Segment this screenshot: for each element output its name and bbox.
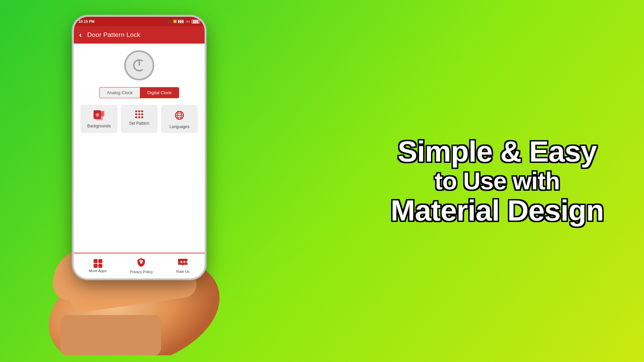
tagline-line2: to Use with xyxy=(391,168,604,194)
tagline-line1: Simple & Easy xyxy=(391,135,604,168)
battery-icon: ▓▓▓ xyxy=(192,20,200,23)
tagline-line3: Material Design xyxy=(391,194,604,227)
app-content: Analog Clock Digital Clock ⊞ Backgrounds xyxy=(74,44,205,253)
privacy-policy-nav-item[interactable]: Privacy Policy xyxy=(130,258,153,274)
menu-grid: ⊞ Backgrounds Set Pattern xyxy=(79,105,199,133)
clock-toggle: Analog Clock Digital Clock xyxy=(99,87,179,98)
back-button[interactable]: ‹ xyxy=(79,30,82,40)
more-apps-nav-item[interactable]: More Apps xyxy=(89,259,107,273)
app-title: Door Pattern Lock xyxy=(87,31,140,39)
rate-us-label: Rate Us xyxy=(176,269,190,274)
svg-text:★★★: ★★★ xyxy=(180,260,188,264)
headphone-icon: 🎧 xyxy=(168,20,172,23)
bottom-nav: More Apps Privacy Policy xyxy=(74,253,205,278)
more-apps-icon xyxy=(94,259,102,267)
power-button[interactable] xyxy=(124,50,154,80)
status-bar: 10:15 PM 🎧 📶 ▋▋▋ 161 ▓▓▓ xyxy=(74,17,205,26)
set-pattern-icon xyxy=(135,110,143,118)
languages-icon xyxy=(174,110,184,122)
languages-menu-item[interactable]: Languages xyxy=(161,105,198,133)
phone-wrapper: 10:15 PM 🎧 📶 ▋▋▋ 161 ▓▓▓ ‹ Door Pattern … xyxy=(54,7,231,335)
languages-label: Languages xyxy=(169,124,189,129)
power-icon xyxy=(132,58,146,72)
more-apps-label: More Apps xyxy=(89,269,107,273)
backgrounds-label: Backgrounds xyxy=(87,124,111,128)
backgrounds-icon: ⊞ xyxy=(94,110,104,121)
signal-icon: ▋▋▋ xyxy=(178,20,184,23)
set-pattern-label: Set Pattern xyxy=(129,121,149,126)
rate-us-icon: ★★★ xyxy=(177,258,188,268)
status-time: 10:15 PM xyxy=(78,19,95,23)
phone-body: 10:15 PM 🎧 📶 ▋▋▋ 161 ▓▓▓ ‹ Door Pattern … xyxy=(74,17,205,278)
tagline-block: Simple & Easy to Use with Material Desig… xyxy=(391,135,604,227)
backgrounds-menu-item[interactable]: ⊞ Backgrounds xyxy=(80,105,117,133)
privacy-policy-label: Privacy Policy xyxy=(130,270,153,274)
analog-clock-button[interactable]: Analog Clock xyxy=(100,87,140,98)
data-icon: 161 xyxy=(185,20,190,23)
set-pattern-menu-item[interactable]: Set Pattern xyxy=(121,105,158,133)
app-bar: ‹ Door Pattern Lock xyxy=(74,26,205,44)
wifi-icon: 📶 xyxy=(173,20,177,23)
status-icons: 🎧 📶 ▋▋▋ 161 ▓▓▓ xyxy=(168,20,200,23)
privacy-policy-icon xyxy=(137,258,146,268)
digital-clock-button[interactable]: Digital Clock xyxy=(140,87,179,98)
rate-us-nav-item[interactable]: ★★★ Rate Us xyxy=(176,258,190,274)
